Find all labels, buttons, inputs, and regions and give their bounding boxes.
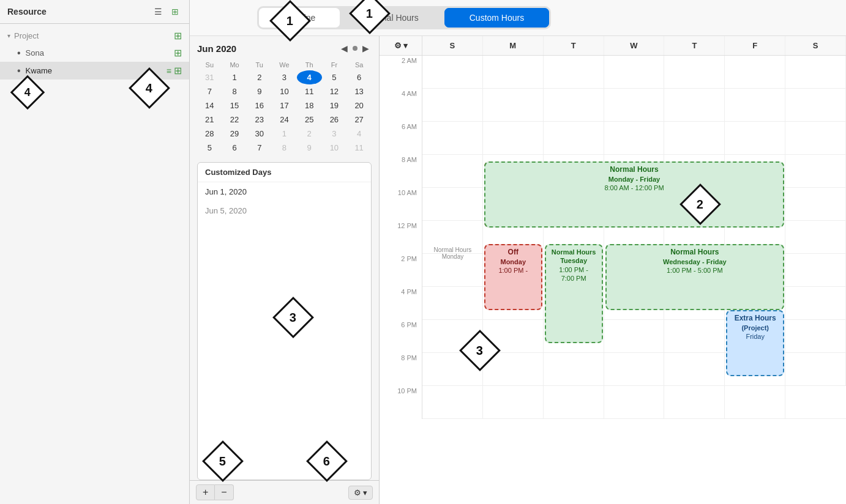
cal-next-button[interactable]: ▶ bbox=[360, 42, 372, 54]
day-cell[interactable] bbox=[604, 122, 665, 155]
tab-timeline[interactable]: Timeline bbox=[259, 8, 340, 28]
add-day-button[interactable]: + bbox=[196, 484, 215, 500]
project-grid-icon[interactable]: ⊞ bbox=[174, 30, 182, 42]
calendar-day[interactable]: 2 bbox=[247, 70, 272, 84]
calendar-day[interactable]: 11 bbox=[346, 141, 372, 155]
kwame-lines-icon[interactable]: ≡ bbox=[167, 66, 171, 76]
day-cell[interactable] bbox=[785, 221, 846, 254]
day-cell[interactable] bbox=[785, 386, 846, 419]
day-cell[interactable] bbox=[725, 386, 785, 419]
footer-gear-button[interactable]: ⚙ ▾ bbox=[348, 486, 373, 500]
day-cell[interactable] bbox=[785, 254, 846, 287]
calendar-day[interactable]: 25 bbox=[297, 113, 322, 127]
day-cell[interactable] bbox=[725, 188, 785, 221]
day-cell[interactable] bbox=[664, 287, 725, 320]
day-cell[interactable] bbox=[422, 287, 483, 320]
calendar-day[interactable]: 27 bbox=[346, 113, 372, 127]
day-cell[interactable] bbox=[422, 89, 483, 122]
cal-today-dot[interactable] bbox=[353, 46, 357, 51]
day-cell[interactable] bbox=[544, 287, 604, 320]
day-cell[interactable] bbox=[664, 386, 725, 419]
calendar-day[interactable]: 8 bbox=[222, 84, 247, 98]
day-cell[interactable] bbox=[422, 353, 483, 386]
day-cell[interactable] bbox=[664, 254, 725, 287]
day-cell[interactable] bbox=[604, 56, 665, 89]
calendar-day[interactable]: 30 bbox=[247, 127, 272, 141]
calendar-day[interactable]: 24 bbox=[272, 113, 297, 127]
day-cell[interactable] bbox=[785, 188, 846, 221]
day-cell[interactable] bbox=[604, 320, 665, 353]
calendar-day[interactable]: 29 bbox=[222, 127, 247, 141]
calendar-day[interactable]: 6 bbox=[346, 70, 372, 84]
calendar-day[interactable]: 4 bbox=[346, 127, 372, 141]
calendar-day[interactable]: 18 bbox=[297, 98, 322, 113]
calendar-day[interactable]: 3 bbox=[272, 70, 297, 84]
day-cell[interactable] bbox=[544, 221, 604, 254]
day-cell[interactable] bbox=[785, 287, 846, 320]
calendar-day[interactable]: 13 bbox=[346, 84, 372, 98]
day-cell[interactable] bbox=[483, 353, 544, 386]
day-cell[interactable] bbox=[785, 122, 846, 155]
calendar-day[interactable]: 3 bbox=[322, 127, 347, 141]
day-cell[interactable] bbox=[664, 353, 725, 386]
calendar-day[interactable]: 5 bbox=[197, 141, 222, 155]
calendar-day[interactable]: 22 bbox=[222, 113, 247, 127]
day-cell[interactable] bbox=[725, 56, 785, 89]
calendar-day[interactable]: 7 bbox=[197, 84, 222, 98]
day-cell[interactable] bbox=[422, 188, 483, 221]
day-cell[interactable] bbox=[604, 89, 665, 122]
calendar-day[interactable]: 6 bbox=[222, 141, 247, 155]
calendar-day[interactable]: 7 bbox=[247, 141, 272, 155]
day-cell[interactable] bbox=[725, 155, 785, 188]
calendar-day[interactable]: 16 bbox=[247, 98, 272, 113]
calendar-day[interactable]: 10 bbox=[272, 84, 297, 98]
day-cell[interactable] bbox=[785, 155, 846, 188]
day-cell[interactable] bbox=[604, 188, 665, 221]
sidebar-item-sona[interactable]: • Sona ⊞ bbox=[0, 44, 189, 62]
calendar-day[interactable]: 21 bbox=[197, 113, 222, 127]
day-cell[interactable] bbox=[422, 320, 483, 353]
schedule-gear-cell[interactable]: ⚙ ▾ bbox=[380, 36, 422, 55]
calendar-day[interactable]: 17 bbox=[272, 98, 297, 113]
day-cell[interactable] bbox=[725, 353, 785, 386]
day-cell[interactable] bbox=[725, 122, 785, 155]
calendar-day[interactable]: 19 bbox=[322, 98, 347, 113]
day-cell[interactable] bbox=[544, 254, 604, 287]
day-cell[interactable] bbox=[483, 188, 544, 221]
day-cell[interactable] bbox=[544, 386, 604, 419]
day-cell[interactable] bbox=[785, 353, 846, 386]
sidebar-item-kwame[interactable]: • Kwame ≡ ⊞ bbox=[0, 62, 189, 80]
calendar-day[interactable]: 1 bbox=[222, 70, 247, 84]
day-cell[interactable] bbox=[483, 254, 544, 287]
day-cell[interactable] bbox=[604, 386, 665, 419]
day-cell[interactable] bbox=[483, 287, 544, 320]
calendar-day[interactable]: 11 bbox=[297, 84, 322, 98]
calendar-day[interactable]: 10 bbox=[322, 141, 347, 155]
day-cell[interactable] bbox=[664, 89, 725, 122]
day-cell[interactable] bbox=[422, 386, 483, 419]
day-cell[interactable] bbox=[483, 320, 544, 353]
calendar-day[interactable]: 28 bbox=[197, 127, 222, 141]
day-cell[interactable] bbox=[422, 155, 483, 188]
sidebar-grid-icon[interactable]: ⊞ bbox=[168, 5, 182, 18]
day-cell[interactable] bbox=[544, 89, 604, 122]
day-cell[interactable] bbox=[422, 254, 483, 287]
calendar-day[interactable]: 9 bbox=[297, 141, 322, 155]
day-cell[interactable] bbox=[785, 89, 846, 122]
day-cell[interactable] bbox=[544, 188, 604, 221]
day-cell[interactable] bbox=[544, 56, 604, 89]
day-cell[interactable] bbox=[483, 56, 544, 89]
kwame-grid-icon[interactable]: ⊞ bbox=[174, 65, 182, 76]
day-cell[interactable] bbox=[664, 221, 725, 254]
day-cell[interactable] bbox=[483, 221, 544, 254]
sidebar-list-icon[interactable]: ☰ bbox=[151, 5, 165, 18]
cal-prev-button[interactable]: ◀ bbox=[339, 42, 350, 54]
tab-normal-hours[interactable]: Normal Hours bbox=[341, 8, 443, 28]
day-cell[interactable] bbox=[604, 221, 665, 254]
calendar-day[interactable]: 2 bbox=[297, 127, 322, 141]
calendar-day[interactable]: 31 bbox=[197, 70, 222, 84]
calendar-day[interactable]: 5 bbox=[322, 70, 347, 84]
day-cell[interactable] bbox=[544, 320, 604, 353]
sona-grid-icon[interactable]: ⊞ bbox=[174, 47, 182, 59]
calendar-day[interactable]: 26 bbox=[322, 113, 347, 127]
